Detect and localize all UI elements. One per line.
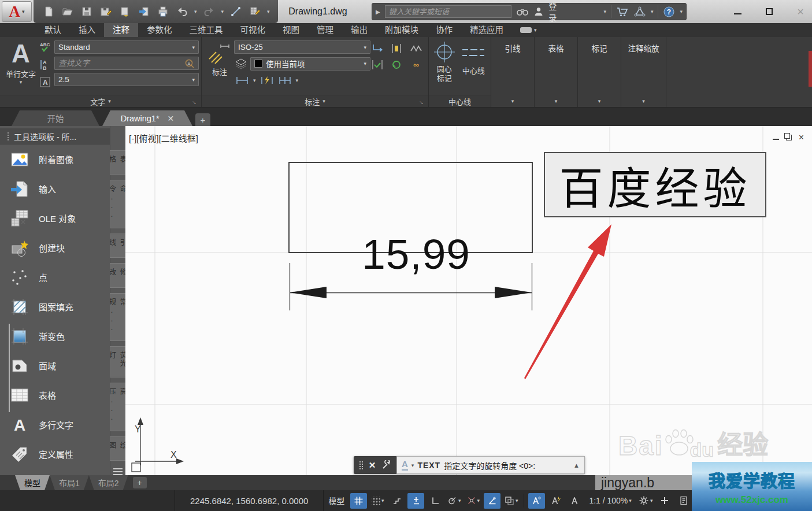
- infer-constraints-icon[interactable]: [388, 493, 405, 509]
- save-as-icon[interactable]: [99, 5, 113, 18]
- snap-mode-icon[interactable]: ▾: [369, 493, 386, 509]
- command-line-bar[interactable]: ✕ A ▾ TEXT 指定文字的旋转角度 <0>: ▲: [354, 456, 585, 474]
- dimension-panel-footer[interactable]: 标注▾: [202, 95, 428, 107]
- center-mark-button[interactable]: 圆心标记: [431, 40, 458, 95]
- text-align-icon[interactable]: AB: [38, 58, 52, 72]
- palette-item-ole-object[interactable]: OLE 对象: [0, 203, 110, 233]
- find-text-magnifier-icon[interactable]: A: [184, 58, 195, 69]
- dynamic-input-icon[interactable]: [407, 493, 424, 509]
- ribbon-tab-default[interactable]: 默认: [36, 23, 70, 37]
- layout-tab-layout1[interactable]: 布局1: [50, 475, 89, 490]
- ortho-mode-icon[interactable]: [427, 493, 443, 509]
- polar-dropdown-icon[interactable]: ▾: [458, 498, 461, 503]
- adjust-space-icon[interactable]: [390, 42, 403, 55]
- open-folder-icon[interactable]: [61, 5, 75, 18]
- dim-update-icon[interactable]: [390, 58, 403, 72]
- palette-item-point[interactable]: 点: [0, 262, 110, 292]
- single-line-text-button[interactable]: A 单行文字 ▾: [3, 39, 38, 95]
- text-entity-box[interactable]: 百度经验: [544, 152, 766, 217]
- dimension-button[interactable]: 标注: [205, 39, 234, 95]
- ribbon-panel-leader[interactable]: 引线 ▾: [491, 37, 535, 107]
- polar-tracking-icon[interactable]: ▾: [446, 493, 462, 509]
- store-cart-icon[interactable]: [616, 6, 629, 17]
- a360-icon[interactable]: [633, 6, 646, 17]
- annotation-scale-icon[interactable]: [566, 493, 583, 509]
- publish-icon[interactable]: [137, 5, 151, 18]
- sign-in-button[interactable]: 登录: [548, 0, 564, 23]
- osnap-dropdown-icon[interactable]: ▾: [477, 498, 480, 503]
- ucs-icon[interactable]: Y X: [132, 417, 184, 472]
- dim-break-icon[interactable]: [370, 42, 384, 55]
- plot-icon[interactable]: [118, 5, 132, 18]
- new-drawing-tab-button[interactable]: +: [195, 113, 210, 126]
- layout-tab-layout2[interactable]: 布局2: [89, 475, 128, 490]
- command-line-grip-icon[interactable]: [359, 461, 363, 470]
- text-panel-footer[interactable]: 文字▾: [0, 95, 201, 107]
- redo-icon[interactable]: [202, 5, 216, 18]
- palette-item-create-block[interactable]: 创建块: [0, 233, 110, 262]
- ribbon-tab-annotate[interactable]: 注释: [104, 23, 138, 37]
- snap-dropdown-icon[interactable]: ▾: [381, 498, 384, 503]
- palette-item-import[interactable]: 输入: [0, 174, 110, 203]
- ribbon-tab-manage[interactable]: 管理: [308, 23, 342, 37]
- palette-item-region[interactable]: 面域: [0, 351, 110, 380]
- measure-icon[interactable]: [229, 5, 243, 18]
- continue-dimension-icon[interactable]: [278, 73, 292, 87]
- tool-palette-header[interactable]: 工具选项板 - 所...: [0, 128, 110, 145]
- palette-item-attach-image[interactable]: 附着图像: [0, 145, 110, 174]
- palette-item-hatch[interactable]: 图案填充: [0, 292, 110, 321]
- palette-item-define-attribute[interactable]: 定义属性: [0, 439, 110, 469]
- save-icon[interactable]: [80, 5, 94, 18]
- dim-oblique-icon[interactable]: ∞: [409, 58, 423, 72]
- quick-dimension-icon[interactable]: [260, 73, 274, 87]
- user-icon[interactable]: [533, 6, 544, 17]
- drawing-restore-icon[interactable]: [786, 135, 792, 140]
- infocenter-collapse-icon[interactable]: ▶: [376, 9, 380, 15]
- annotation-visibility-icon[interactable]: [528, 493, 545, 509]
- window-close-button[interactable]: ×: [797, 6, 804, 17]
- find-text-field[interactable]: A: [54, 57, 199, 70]
- linear-dimension-icon[interactable]: [235, 73, 249, 87]
- markup-panel-expand[interactable]: ▾: [578, 95, 621, 107]
- new-file-icon[interactable]: [42, 5, 55, 18]
- ribbon-tab-view[interactable]: 视图: [274, 23, 308, 37]
- dimension-value-text[interactable]: 15,99: [344, 230, 488, 278]
- command-line-customize-icon[interactable]: [381, 460, 391, 470]
- table-panel-expand[interactable]: ▾: [535, 95, 577, 107]
- close-tab-icon[interactable]: ✕: [168, 114, 175, 123]
- selection-cycling-icon[interactable]: ▾: [503, 493, 520, 509]
- model-space-button[interactable]: 模型: [325, 493, 348, 509]
- object-snap-icon[interactable]: ▾: [465, 493, 481, 509]
- ribbon-tab-featured[interactable]: 精选应用: [461, 23, 512, 37]
- command-input-area[interactable]: A ▾ TEXT 指定文字的旋转角度 <0>: ▲: [396, 456, 585, 474]
- ribbon-tab-collaborate[interactable]: 协作: [427, 23, 461, 37]
- text-split-dropdown-icon[interactable]: ▾: [20, 79, 23, 85]
- spell-check-icon[interactable]: ABC: [38, 40, 52, 54]
- dim-jog-line-icon[interactable]: [409, 42, 423, 55]
- find-text-input[interactable]: [58, 59, 184, 68]
- layout-tab-model[interactable]: 模型: [15, 475, 50, 490]
- text-style-dropdown[interactable]: Standard▾: [54, 40, 199, 54]
- help-dropdown-icon[interactable]: ▾: [680, 9, 683, 14]
- file-tab-drawing1[interactable]: Drawing1*✕: [102, 110, 192, 126]
- search-input[interactable]: [385, 5, 511, 18]
- settings-dropdown-icon[interactable]: ▾: [650, 498, 653, 503]
- palette-scrollbar[interactable]: [9, 324, 10, 412]
- ribbon-tab-visualize[interactable]: 可视化: [232, 23, 275, 37]
- dim-check-icon[interactable]: [370, 58, 384, 72]
- isolate-objects-icon[interactable]: [676, 493, 692, 509]
- selection-dropdown-icon[interactable]: ▾: [516, 498, 518, 503]
- palette-item-table[interactable]: 表格: [0, 380, 110, 410]
- undo-icon[interactable]: [175, 5, 189, 18]
- osnap-tracking-icon[interactable]: [484, 493, 500, 509]
- command-line-handle[interactable]: ✕: [354, 456, 396, 474]
- viewport-scale-button[interactable]: 1:1 / 100%▾: [585, 493, 635, 509]
- new-layout-button[interactable]: +: [133, 477, 147, 488]
- drawing-minimize-icon[interactable]: [773, 135, 779, 140]
- customize-plus-icon[interactable]: [657, 493, 673, 509]
- ribbon-tab-addins[interactable]: 附加模块: [376, 23, 427, 37]
- window-maximize-button[interactable]: [766, 8, 773, 15]
- palette-grip-icon[interactable]: [7, 132, 9, 141]
- annotation-scaling-panel-expand[interactable]: ▾: [621, 95, 666, 107]
- drawing-canvas[interactable]: Y X [-][俯视][二维线框] × 15,99 百度经验 Bai du 经验: [125, 126, 812, 475]
